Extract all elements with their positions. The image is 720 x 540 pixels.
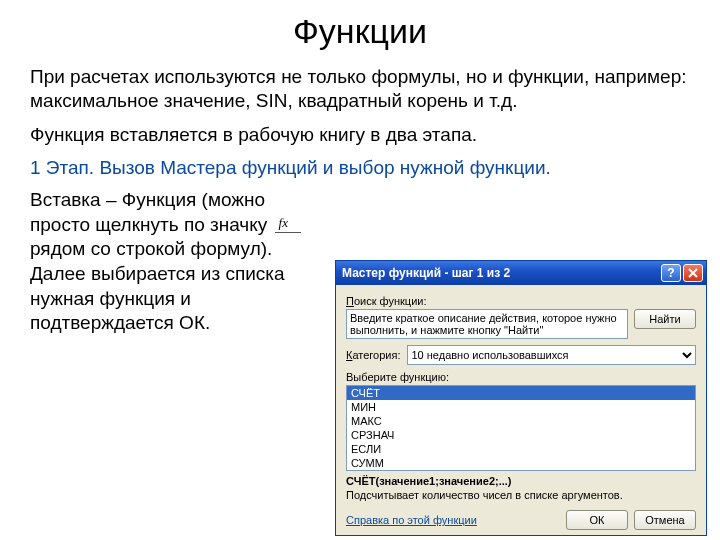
search-label: Поиск функции: [346,295,696,307]
dialog-title: Мастер функций - шаг 1 из 2 [342,266,659,280]
function-listbox[interactable]: СЧЁТ МИН МАКС СРЗНАЧ ЕСЛИ СУММ ГИПЕРССЫЛ… [346,385,696,471]
titlebar[interactable]: Мастер функций - шаг 1 из 2 ? [336,261,706,285]
list-item[interactable]: СРЗНАЧ [347,428,695,442]
function-description: Подсчитывает количество чисел в списке а… [346,489,696,502]
list-item[interactable]: ЕСЛИ [347,442,695,456]
intro-paragraph-1: При расчетах используются не только форм… [30,65,690,113]
cancel-button[interactable]: Отмена [634,510,696,530]
list-item[interactable]: МИН [347,400,695,414]
function-signature: СЧЁТ(значение1;значение2;...) [346,475,696,487]
help-button[interactable]: ? [661,264,681,282]
instructions-part-a: Вставка – Функция (можно просто щелкнуть… [30,189,267,235]
slide-title: Функции [30,12,690,51]
ok-button[interactable]: ОК [566,510,628,530]
category-label: Категория: [346,349,401,361]
find-button[interactable]: Найти [634,309,696,329]
list-item[interactable]: МАКС [347,414,695,428]
close-button[interactable] [683,264,703,282]
list-item[interactable]: СЧЁТ [347,386,695,400]
function-list-label: Выберите функцию: [346,371,696,383]
list-item[interactable]: СУММ [347,456,695,470]
category-select[interactable]: 10 недавно использовавшихся [407,345,697,365]
help-link[interactable]: Справка по этой функции [346,514,477,526]
fx-icon [275,219,301,233]
close-icon [688,268,698,278]
search-input[interactable]: Введите краткое описание действия, котор… [346,309,628,339]
instructions-text: Вставка – Функция (можно просто щелкнуть… [30,188,325,336]
list-item[interactable]: ГИПЕРССЫЛКА [347,470,695,471]
intro-paragraph-2: Функция вставляется в рабочую книгу в дв… [30,123,690,147]
function-wizard-dialog: Мастер функций - шаг 1 из 2 ? Поиск функ… [335,260,707,536]
stage-1-heading: 1 Этап. Вызов Мастера функций и выбор ну… [30,156,690,180]
instructions-part-b: рядом со строкой формул). Далее выбирает… [30,238,285,333]
